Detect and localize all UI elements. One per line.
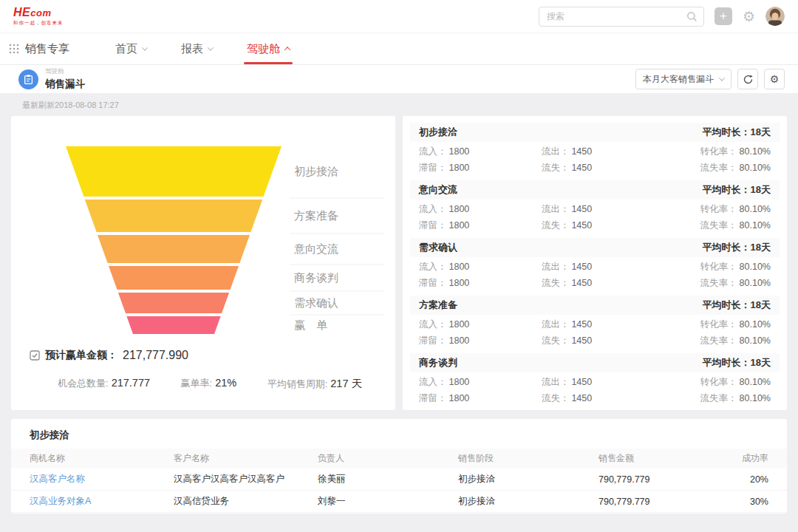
funnel-stats: 机会总数量:217.777赢单率:21%平均销售周期:217 天 bbox=[58, 377, 362, 391]
table-cell: 30% bbox=[717, 497, 768, 507]
stage-metric: 流入：1800 bbox=[419, 146, 542, 158]
metric-label: 滞留： bbox=[419, 163, 447, 173]
nav-item-menu[interactable]: 报表 bbox=[178, 33, 216, 64]
stage-section-header[interactable]: 方案准备平均时长：18天 bbox=[410, 296, 780, 315]
stage-metric: 流出：1450 bbox=[542, 203, 664, 216]
avatar[interactable] bbox=[765, 7, 785, 26]
stage-metric: 流失：1450 bbox=[542, 335, 664, 347]
global-search[interactable] bbox=[539, 7, 704, 27]
main-navbar: 销售专享 首页报表驾驶舱 bbox=[0, 33, 798, 65]
nav-item-label: 首页 bbox=[115, 42, 137, 56]
metric-label: 流失率： bbox=[700, 393, 737, 403]
dashboard-report-icon bbox=[18, 69, 38, 89]
metric-value: 1450 bbox=[571, 146, 592, 157]
refresh-icon bbox=[743, 74, 754, 85]
funnel-segment[interactable] bbox=[98, 235, 250, 263]
funnel-segment[interactable] bbox=[109, 266, 239, 290]
funnel-filter-select[interactable]: 本月大客销售漏斗 bbox=[635, 69, 732, 89]
metric-label: 流出： bbox=[542, 377, 570, 387]
metric-value: 1450 bbox=[571, 262, 592, 272]
metric-value: 80.10% bbox=[740, 278, 771, 288]
brand-he: HE bbox=[13, 6, 30, 18]
funnel-stage-label: 方案准备 bbox=[294, 209, 338, 222]
stage-table-card: 初步接洽 商机名称客户名称负责人销售阶段销售金额成功率汉高客户名称汉高客户汉高客… bbox=[11, 419, 787, 514]
nav-item-active[interactable]: 驾驶舱 bbox=[244, 33, 293, 64]
table-cell: 20% bbox=[717, 474, 768, 485]
metric-value: 1450 bbox=[571, 220, 592, 231]
table-cell: 790,779.779 bbox=[598, 497, 717, 507]
metric-label: 流失： bbox=[542, 220, 570, 231]
stage-metric-rows: 流入：1800流出：1450转化率：80.10%滞留：1800流失：1450流失… bbox=[410, 257, 780, 293]
stage-metric-row: 流入：1800流出：1450转化率：80.10% bbox=[419, 201, 771, 217]
metric-value: 80.10% bbox=[740, 319, 771, 330]
stage-metric-row: 流入：1800流出：1450转化率：80.10% bbox=[419, 143, 771, 160]
opportunity-link[interactable]: 汉高客户名称 bbox=[30, 473, 174, 485]
app-switcher[interactable]: 销售专享 bbox=[9, 33, 69, 64]
stage-duration: 平均时长：18天 bbox=[703, 183, 771, 197]
refresh-button[interactable] bbox=[737, 69, 758, 89]
stage-metric: 转化率：80.10% bbox=[664, 146, 771, 158]
metric-value: 80.10% bbox=[740, 335, 771, 346]
stage-metric: 流失：1450 bbox=[542, 162, 664, 174]
brand-com: com bbox=[30, 7, 51, 18]
table-header-cell: 客户名称 bbox=[174, 452, 318, 465]
table-title: 初步接洽 bbox=[11, 419, 787, 449]
table-cell: 汉高信贷业务 bbox=[174, 495, 318, 508]
table-header-cell: 销售金额 bbox=[598, 452, 717, 465]
stage-duration: 平均时长：18天 bbox=[703, 126, 771, 139]
expected-amount-label: 预计赢单金额： bbox=[45, 349, 117, 362]
metric-label: 流出： bbox=[542, 319, 570, 330]
metric-label: 滞留： bbox=[419, 220, 447, 231]
funnel-segment[interactable] bbox=[118, 293, 229, 313]
stage-section-header[interactable]: 需求确认平均时长：18天 bbox=[410, 238, 780, 257]
stage-section-header[interactable]: 意向交流平均时长：18天 bbox=[410, 180, 780, 200]
breadcrumb: 驾驶舱 bbox=[45, 67, 85, 76]
stage-section-header[interactable]: 商务谈判平均时长：18天 bbox=[410, 353, 780, 372]
metric-value: 1800 bbox=[449, 335, 470, 346]
stage-section: 方案准备平均时长：18天流入：1800流出：1450转化率：80.10%滞留：1… bbox=[410, 296, 780, 350]
opportunity-link[interactable]: 汉高业务对象A bbox=[30, 495, 174, 508]
stage-metric-row: 滞留：1800流失：1450流失率：80.10% bbox=[419, 390, 771, 406]
table-row[interactable]: 汉高客户名称汉高客户汉高客户汉高客户徐美丽初步接洽790,779.77920% bbox=[11, 468, 787, 491]
settings-gear-icon[interactable]: ⚙ bbox=[743, 10, 755, 24]
widget-settings-button[interactable]: ⚙ bbox=[764, 69, 785, 89]
funnel-stat-value: 21% bbox=[215, 377, 236, 389]
topbar-actions: + ⚙ bbox=[539, 7, 785, 27]
metric-label: 流入： bbox=[419, 262, 447, 272]
nav-item-menu[interactable]: 首页 bbox=[112, 33, 150, 64]
stage-metric: 滞留：1800 bbox=[419, 335, 542, 347]
nav-item-label: 驾驶舱 bbox=[247, 42, 280, 56]
metric-label: 流失： bbox=[542, 163, 570, 173]
table-row[interactable]: 汉高业务对象A汉高信贷业务刘黎一初步接洽790,779.77930% bbox=[11, 491, 787, 513]
stage-metric-rows: 流入：1800流出：1450转化率：80.10%滞留：1800流失：1450流失… bbox=[410, 200, 780, 235]
stage-metric: 流失率：80.10% bbox=[664, 219, 771, 232]
table-cell: 初步接洽 bbox=[458, 495, 598, 508]
stage-section: 需求确认平均时长：18天流入：1800流出：1450转化率：80.10%滞留：1… bbox=[410, 238, 780, 293]
funnel-segment[interactable] bbox=[85, 200, 262, 232]
funnel-segment[interactable] bbox=[126, 316, 220, 334]
stage-duration: 平均时长：18天 bbox=[703, 241, 771, 254]
stage-duration: 平均时长：18天 bbox=[703, 299, 771, 312]
stage-section: 初步接洽平均时长：18天流入：1800流出：1450转化率：80.10%滞留：1… bbox=[410, 123, 780, 177]
stage-metric: 滞留：1800 bbox=[419, 392, 542, 405]
metric-value: 80.10% bbox=[740, 262, 771, 272]
chevron-down-icon bbox=[208, 44, 214, 50]
metric-value: 1800 bbox=[449, 163, 470, 173]
stage-sections: 初步接洽平均时长：18天流入：1800流出：1450转化率：80.10%滞留：1… bbox=[403, 123, 787, 408]
stage-metric: 滞留：1800 bbox=[419, 162, 542, 174]
stage-metric: 流出：1450 bbox=[542, 146, 664, 158]
metric-label: 流失率： bbox=[700, 220, 737, 231]
search-input[interactable] bbox=[547, 11, 686, 21]
nav-item-label: 报表 bbox=[181, 42, 203, 56]
chevron-down-icon bbox=[142, 44, 148, 50]
funnel-segment[interactable] bbox=[66, 146, 282, 197]
metric-label: 流入： bbox=[419, 146, 447, 157]
stage-section: 意向交流平均时长：18天流入：1800流出：1450转化率：80.10%滞留：1… bbox=[410, 180, 780, 235]
page-title: 销售漏斗 bbox=[45, 78, 85, 91]
metric-label: 流失： bbox=[542, 393, 570, 403]
add-button[interactable]: + bbox=[715, 7, 732, 25]
metric-label: 转化率： bbox=[700, 262, 737, 272]
stage-metric: 滞留：1800 bbox=[419, 277, 542, 290]
stage-section-header[interactable]: 初步接洽平均时长：18天 bbox=[410, 123, 780, 142]
metric-value: 1450 bbox=[571, 204, 592, 214]
